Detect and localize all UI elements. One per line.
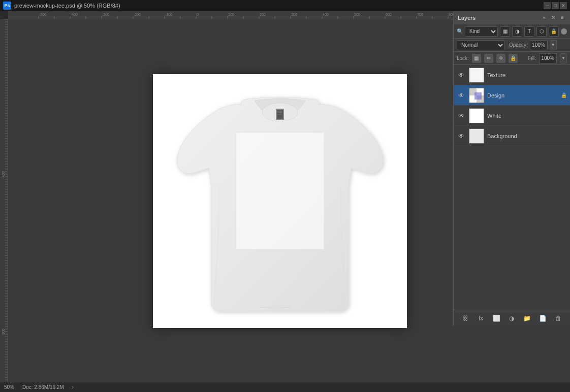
blend-mode-select[interactable]: Normal Dissolve Multiply xyxy=(457,40,505,50)
fill-value[interactable]: 100% xyxy=(539,53,557,63)
opacity-label: Opacity: xyxy=(509,42,528,48)
filter-shape-btn[interactable]: ⬡ xyxy=(536,26,547,37)
fill-dropdown-arrow[interactable]: ▼ xyxy=(560,53,567,63)
titlebar: Ps preview-mockup-tee.psd @ 50% (RGB/8#)… xyxy=(0,0,570,11)
filter-pixel-btn[interactable]: ▦ xyxy=(500,26,510,37)
panel-collapse-button[interactable]: « xyxy=(541,14,548,21)
window-title: preview-mockup-tee.psd @ 50% (RGB/8#) xyxy=(14,3,120,9)
tshirt-container xyxy=(168,84,392,318)
layers-list: 👁 Texture 👁 Design xyxy=(454,65,570,310)
status-arrow[interactable]: › xyxy=(72,384,74,390)
restore-button[interactable]: □ xyxy=(552,2,559,9)
lock-image-btn[interactable]: ✏ xyxy=(484,54,493,63)
lock-all-btn[interactable]: 🔒 xyxy=(509,54,518,63)
layers-panel: Layers « ✕ ≡ 🔍 Kind Name Effect ▦ ◑ T ⬡ … xyxy=(453,11,570,326)
layer-thumb-background xyxy=(469,128,484,144)
layers-bottom-toolbar: ⛓ fx ⬜ ◑ 📁 📄 🗑 xyxy=(454,310,570,326)
svg-rect-6 xyxy=(236,133,324,249)
layer-visibility-background[interactable]: 👁 xyxy=(457,132,466,141)
layers-panel-header: Layers « ✕ ≡ xyxy=(454,11,570,24)
layer-name-white: White xyxy=(487,113,501,119)
filter-toggle[interactable] xyxy=(561,28,567,35)
layer-thumb-design xyxy=(469,88,484,103)
layers-panel-title: Layers xyxy=(458,15,476,21)
layer-effects-button[interactable]: fx xyxy=(476,313,487,324)
minimize-button[interactable]: ─ xyxy=(544,2,551,9)
app-icon: Ps xyxy=(3,2,11,10)
filter-adj-btn[interactable]: ◑ xyxy=(512,26,522,37)
opacity-value[interactable]: 100% xyxy=(530,40,548,50)
layer-name-design: Design xyxy=(487,92,504,99)
title-left: Ps preview-mockup-tee.psd @ 50% (RGB/8#) xyxy=(3,2,120,10)
layer-visibility-texture[interactable]: 👁 xyxy=(457,71,466,80)
panel-menu-button[interactable]: ≡ xyxy=(559,14,566,21)
filter-smart-btn[interactable]: 🔒 xyxy=(549,26,559,37)
panel-close-button[interactable]: ✕ xyxy=(550,14,557,21)
layer-item-white[interactable]: 👁 White xyxy=(454,106,570,126)
layers-filter-row: 🔍 Kind Name Effect ▦ ◑ T ⬡ 🔒 xyxy=(454,24,570,39)
fill-label: Fill: xyxy=(528,55,536,61)
lock-fill-row: Lock: ▦ ✏ ✛ 🔒 Fill: 100% ▼ xyxy=(454,52,570,65)
svg-rect-15 xyxy=(469,129,484,143)
svg-rect-8 xyxy=(470,69,483,81)
tshirt-svg xyxy=(168,84,392,318)
close-button[interactable]: ✕ xyxy=(560,2,567,9)
layer-thumb-texture xyxy=(469,68,484,83)
new-layer-button[interactable]: 📄 xyxy=(537,313,548,324)
lock-label: Lock: xyxy=(457,55,469,61)
layer-thumb-white xyxy=(469,108,484,123)
layer-name-texture: Texture xyxy=(487,72,505,78)
zoom-level: 50% xyxy=(4,384,14,390)
lock-transparent-btn[interactable]: ▦ xyxy=(472,54,481,63)
link-layers-button[interactable]: ⛓ xyxy=(460,313,471,324)
layer-item-background[interactable]: 👁 Background xyxy=(454,126,570,146)
layer-visibility-design[interactable]: 👁 xyxy=(457,91,466,100)
filter-select[interactable]: Kind Name Effect xyxy=(465,26,498,37)
lock-position-btn[interactable]: ✛ xyxy=(496,54,505,63)
document-canvas xyxy=(153,74,407,328)
svg-rect-14 xyxy=(469,109,484,123)
filter-icon: 🔍 xyxy=(457,28,463,34)
opacity-dropdown-arrow[interactable]: ▼ xyxy=(550,40,557,50)
svg-rect-13 xyxy=(474,92,482,100)
layer-item-texture[interactable]: 👁 Texture xyxy=(454,65,570,85)
statusbar: 50% Doc: 2.86M/16.2M › xyxy=(0,382,570,392)
filter-type-btn[interactable]: T xyxy=(524,26,534,37)
blend-opacity-row: Normal Dissolve Multiply Opacity: 100% ▼ xyxy=(454,39,570,52)
adjustment-layer-button[interactable]: ◑ xyxy=(506,313,517,324)
layer-visibility-white[interactable]: 👁 xyxy=(457,111,466,120)
ruler-left-canvas xyxy=(0,19,8,382)
doc-info: Doc: 2.86M/16.2M xyxy=(22,384,64,390)
layer-mask-button[interactable]: ⬜ xyxy=(491,313,502,324)
layer-name-background: Background xyxy=(487,133,517,139)
delete-layer-button[interactable]: 🗑 xyxy=(553,313,564,324)
window-controls: ─ □ ✕ xyxy=(544,2,567,9)
layer-group-button[interactable]: 📁 xyxy=(522,313,533,324)
layer-lock-design: 🔒 xyxy=(561,92,567,98)
ruler-left xyxy=(0,19,8,382)
layer-item-design[interactable]: 👁 Design 🔒 xyxy=(454,85,570,106)
panel-header-controls: « ✕ ≡ xyxy=(541,14,566,21)
